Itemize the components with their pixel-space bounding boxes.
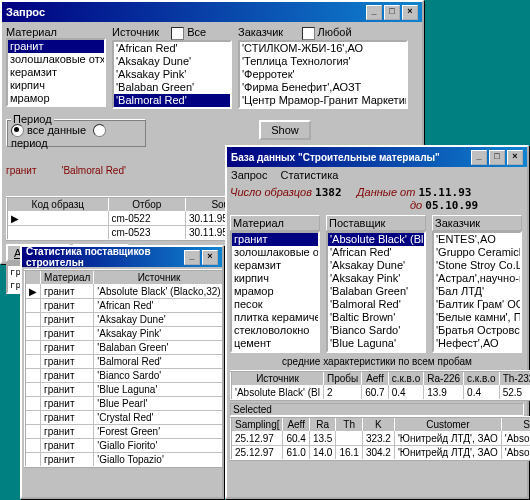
maximize-icon[interactable]: □ [489,150,505,165]
col-header[interactable]: Источник [94,270,222,285]
list-item[interactable]: 'Центр Мрамор-Гранит Маркетин [240,94,406,107]
list-item[interactable]: 'Белые камни', ПКФ [434,311,520,324]
list-item[interactable]: кирпич [232,272,318,285]
table-row[interactable]: гранит'African Red' [25,299,222,313]
list-item[interactable]: 'Aksakay Pink' [114,68,230,81]
col-header[interactable]: Ra [309,417,335,432]
minimize-icon[interactable]: _ [184,250,200,265]
col-header[interactable]: Aeff [362,371,388,386]
list-item[interactable]: 'African Red' [114,42,230,55]
list-item[interactable]: 'Balaban Green' [114,81,230,94]
maximize-icon[interactable]: □ [384,5,400,20]
list-item[interactable]: стекловолокно [232,324,318,337]
list-item[interactable]: 'Бал ЛТД' [434,285,520,298]
col-header[interactable]: Th [336,417,362,432]
list-item[interactable]: гранит [8,40,104,53]
list-item[interactable]: кирпич [8,79,104,92]
customer-list[interactable]: 'СТИЛКОМ-ЖБИ-16',АО 'Теплица Технология'… [238,40,408,109]
list-item[interactable]: 'Фирма Бенефит',АОЗТ [240,81,406,94]
table-row[interactable]: гранит'Aksakay Pink' [25,327,222,341]
source-list[interactable]: 'African Red' 'Aksakay Dune' 'Aksakay Pi… [112,40,232,109]
table-row[interactable]: 25.12.9761.014.016.1304.2'Юнитрейд ЛТД',… [231,446,530,461]
table-row[interactable]: гранит'Giallo Topazio' [25,453,222,468]
material-list[interactable]: гранит золошлаковые отх керамзит кирпич … [6,38,106,107]
list-item[interactable]: плитка керамическая [232,311,318,324]
col-header[interactable]: Отбор [108,197,185,212]
col-header[interactable]: Aeff [283,417,309,432]
list-item[interactable]: 'Астрал',научно-производствен [434,272,520,285]
list-item[interactable]: песок [232,298,318,311]
list-item[interactable]: 'Aksakay Dune' [328,259,424,272]
list-item[interactable]: цемент [232,337,318,350]
table-row[interactable]: гранит'Crystal Red' [25,411,222,425]
list-item[interactable]: мрамор [8,92,104,105]
list-item[interactable]: 'Absolute Black' (Blacko,32) [328,233,424,246]
list-item[interactable]: 'Stone Stroy Co.LTD' [434,259,520,272]
list-item[interactable]: 'African Red' [328,246,424,259]
show-button[interactable]: Show [259,120,311,140]
col-header[interactable]: Sampling[ [231,417,283,432]
list-item[interactable]: 'Ферротек' [240,68,406,81]
list-item[interactable]: 'Балтик Грам' ООО [434,298,520,311]
table-row[interactable]: гранит'Bianco Sardo' [25,369,222,383]
table-row[interactable]: гранит'Giallo Fiorito' [25,439,222,453]
list-item[interactable]: 'Aksakay Dune' [114,55,230,68]
period-radio[interactable] [93,124,106,137]
col-header[interactable]: с.к.в.о [464,371,500,386]
table-row[interactable]: гранит'Aksakay Dune' [25,313,222,327]
table-row[interactable]: 'Absolute Black' (Bl260.70.413.90.452.50… [231,386,530,401]
col-header[interactable]: Th-232 [499,371,530,386]
menu-stats[interactable]: Статистика [281,169,339,181]
list-item[interactable]: 'Aksakay Pink' [328,272,424,285]
table-row[interactable]: 25.12.9760.413.5323.2'Юнитрейд ЛТД', ЗАО… [231,432,530,446]
list-item[interactable]: керамзит [8,66,104,79]
list-item[interactable]: 'ENTES',AO [434,233,520,246]
close-icon[interactable]: × [507,150,523,165]
list-item[interactable]: золошлаковые отх [8,53,104,66]
col-header[interactable]: SourceName [501,417,530,432]
list-item[interactable]: золошлаковые отходы [232,246,318,259]
table-row[interactable]: гранит'Forest Green' [25,425,222,439]
table-row[interactable]: гранит'Balaban Green' [25,341,222,355]
avg-grid[interactable]: Источник Пробы Aeff с.к.в.о Ra-226 с.к.в… [230,370,530,401]
list-item[interactable]: 'Balmoral Red' [328,298,424,311]
table-row[interactable]: гранит'Blue Laguna' [25,383,222,397]
col-header[interactable]: Код образц [7,197,108,212]
all-data-radio[interactable] [11,124,24,137]
db-supplier-list[interactable]: 'Absolute Black' (Blacko,32) 'African Re… [326,231,426,353]
col-header[interactable]: Customer [394,417,501,432]
titlebar[interactable]: Запрос _ □ × [2,2,422,22]
col-header[interactable]: Ra-226 [424,371,464,386]
list-item[interactable]: гранит [232,233,318,246]
list-item[interactable]: 'Братья Островские' [434,324,520,337]
close-icon[interactable]: × [402,5,418,20]
list-item[interactable]: керамзит [232,259,318,272]
stats-grid[interactable]: МатериалИсточник ▶гранит'Absolute Black'… [24,269,222,468]
list-item[interactable]: 'Теплица Технология' [240,55,406,68]
list-item[interactable]: 'Balmoral Red' [114,94,230,107]
list-item[interactable]: 'Bianco Sardo' [328,324,424,337]
all-checkbox[interactable] [171,27,184,40]
table-row[interactable]: гранит'Balmoral Red' [25,355,222,369]
table-row[interactable]: ▶гранит'Absolute Black' (Blacko,32) [25,285,222,299]
col-header[interactable]: K [362,417,394,432]
list-item[interactable]: 'СТИЛКОМ-ЖБИ-16',АО [240,42,406,55]
selected-grid[interactable]: Sampling[ Aeff Ra Th K Customer SourceNa… [230,416,530,461]
list-item[interactable]: 'Gruppo Ceramiche Ricchetti' [434,246,520,259]
list-item[interactable]: 'Нефест',АО [434,337,520,350]
list-item[interactable]: 'Baltic Brown' [328,311,424,324]
table-row[interactable]: гранит'Blue Pearl' [25,397,222,411]
col-header[interactable]: с.к.в.о [388,371,424,386]
minimize-icon[interactable]: _ [366,5,382,20]
any-checkbox[interactable] [302,27,315,40]
list-item[interactable]: 'Blue Laguna' [328,337,424,350]
list-item[interactable]: 'Balaban Green' [328,285,424,298]
titlebar[interactable]: Статистика поставщиков строительн _ × [22,247,222,267]
minimize-icon[interactable]: _ [471,150,487,165]
db-customer-list[interactable]: 'ENTES',AO 'Gruppo Ceramiche Ricchetti' … [432,231,522,353]
db-material-list[interactable]: гранит золошлаковые отходы керамзит кирп… [230,231,320,353]
col-header[interactable]: Источник [231,371,323,386]
col-header[interactable]: Пробы [323,371,361,386]
menu-query[interactable]: Запрос [231,169,267,181]
list-item[interactable]: мрамор [232,285,318,298]
